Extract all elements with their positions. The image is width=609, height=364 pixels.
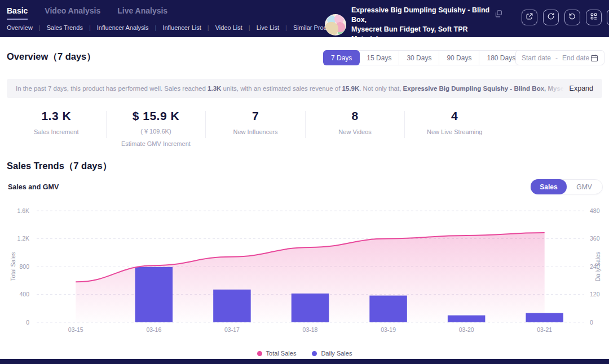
- svg-text:Daily Sales: Daily Sales: [594, 252, 601, 282]
- subnav-divider: |: [208, 24, 209, 31]
- legend-item-daily-sales[interactable]: Daily Sales: [312, 350, 352, 357]
- stat-value: 1.3 K: [7, 109, 106, 123]
- stat-label: Estimate GMV Increment: [107, 140, 206, 147]
- main-tab-live-analysis[interactable]: Live Analysis: [117, 6, 167, 20]
- stat-new-videos: 8New Videos: [306, 109, 405, 147]
- svg-text:400: 400: [19, 291, 29, 298]
- summary-segment: 15.9K: [342, 85, 360, 92]
- bottom-bar: [0, 359, 609, 364]
- stats-row: 1.3 KSales Increment$ 15.9 K( ¥ 109.6K)E…: [7, 109, 504, 147]
- main-tab-basic[interactable]: Basic: [7, 6, 28, 20]
- apps-grid-button[interactable]: [586, 10, 602, 25]
- time-range-selector: 7 Days15 Days30 Days90 Days180 Days: [323, 50, 523, 65]
- summary-text: In the past 7 days, this product has per…: [16, 85, 564, 92]
- subnav-item-sales-trends[interactable]: Sales Trends: [47, 24, 83, 31]
- stat-new-influencers: 7New Influencers: [206, 109, 305, 147]
- svg-text:Total Sales: Total Sales: [10, 252, 16, 281]
- date-range-picker[interactable]: Start date - End date: [515, 50, 604, 65]
- subnav-item-influencer-analysis[interactable]: Influencer Analysis: [97, 24, 149, 31]
- stat-value: 8: [306, 109, 405, 123]
- svg-text:03-20: 03-20: [459, 326, 474, 332]
- svg-text:800: 800: [19, 263, 29, 270]
- toggle-sales[interactable]: Sales: [531, 179, 567, 194]
- summary-segment: . Not only that,: [359, 85, 403, 92]
- svg-text:1.2K: 1.2K: [17, 235, 29, 242]
- product-title-line2: Mysecret Bun Fidget Toy, Soft TPR Materi…: [351, 25, 491, 44]
- summary-segment: In the past 7 days, this product has per…: [16, 85, 208, 92]
- sales-gmv-chart: 004001208002401.2K3601.6K480Total SalesD…: [0, 198, 609, 332]
- legend-dot: [312, 351, 317, 356]
- stat-value: $ 15.9 K: [107, 109, 206, 123]
- stat-estimate-gmv-increment: $ 15.9 K( ¥ 109.6K)Estimate GMV Incremen…: [107, 109, 206, 147]
- range-button-90-days[interactable]: 90 Days: [439, 51, 479, 65]
- stat-value: 7: [206, 109, 305, 123]
- subnav-item-live-list[interactable]: Live List: [257, 24, 279, 31]
- legend-label: Daily Sales: [321, 350, 352, 357]
- copy-icon[interactable]: [495, 10, 502, 17]
- start-date-field[interactable]: Start date: [522, 54, 551, 62]
- product-title: Expressive Big Dumpling Squishy - Blind …: [351, 6, 491, 44]
- subnav-divider: |: [249, 24, 250, 31]
- toggle-gmv[interactable]: GMV: [566, 180, 602, 194]
- subnav-item-influencer-list[interactable]: Influencer List: [162, 24, 201, 31]
- sub-nav: Overview|Sales Trends|Influencer Analysi…: [7, 24, 338, 31]
- subnav-divider: |: [89, 24, 91, 31]
- apps-grid-icon: [590, 12, 598, 23]
- svg-text:480: 480: [590, 207, 600, 214]
- refresh-icon: [547, 12, 555, 23]
- summary-segment: 1.3K: [208, 85, 221, 92]
- subnav-item-overview[interactable]: Overview: [7, 24, 33, 31]
- product-title-line1: Expressive Big Dumpling Squishy - Blind …: [351, 6, 491, 25]
- stat-label: New Live Streaming: [405, 128, 504, 135]
- legend-label: Total Sales: [266, 350, 297, 357]
- svg-text:0: 0: [590, 319, 593, 326]
- svg-text:360: 360: [590, 235, 600, 242]
- svg-text:03-21: 03-21: [537, 326, 552, 332]
- subnav-divider: |: [285, 24, 287, 31]
- stat-subvalue: ( ¥ 109.6K): [107, 128, 206, 135]
- subnav-divider: |: [39, 24, 41, 31]
- calendar-icon: [590, 54, 598, 62]
- top-header: BasicVideo AnalysisLive Analysis Overvie…: [0, 0, 609, 37]
- range-button-7-days[interactable]: 7 Days: [323, 50, 360, 65]
- svg-text:1.6K: 1.6K: [17, 207, 29, 214]
- subnav-item-video-list[interactable]: Video List: [215, 24, 242, 31]
- open-external-button[interactable]: [522, 10, 537, 25]
- sync-icon: [568, 12, 576, 23]
- main-tab-video-analysis[interactable]: Video Analysis: [45, 6, 100, 20]
- end-date-field[interactable]: End date: [562, 54, 589, 62]
- svg-text:120: 120: [590, 291, 600, 298]
- stat-label: New Videos: [306, 128, 405, 135]
- range-button-15-days[interactable]: 15 Days: [359, 51, 399, 65]
- stat-new-live-streaming: 4New Live Streaming: [405, 109, 504, 147]
- header-action-buttons: [522, 10, 602, 25]
- refresh-button[interactable]: [543, 10, 559, 25]
- range-button-30-days[interactable]: 30 Days: [399, 51, 439, 65]
- date-separator: -: [555, 54, 558, 62]
- legend-dot: [257, 351, 262, 356]
- svg-text:03-15: 03-15: [68, 326, 83, 332]
- svg-text:03-17: 03-17: [224, 326, 240, 332]
- svg-text:03-16: 03-16: [146, 326, 161, 332]
- sales-trends-title: Sales Trends（7 days）: [7, 160, 112, 172]
- overview-title: Overview（7 days）: [7, 51, 96, 63]
- stat-sales-increment: 1.3 KSales Increment: [7, 109, 106, 147]
- stat-value: 4: [405, 109, 504, 123]
- chart-legend: Total SalesDaily Sales: [0, 350, 609, 357]
- open-external-icon: [526, 12, 533, 23]
- stat-label: New Influencers: [206, 128, 305, 135]
- partial-button[interactable]: [607, 10, 609, 25]
- stat-label: Sales Increment: [7, 128, 106, 135]
- legend-item-total-sales[interactable]: Total Sales: [257, 350, 297, 357]
- svg-text:0: 0: [26, 319, 29, 326]
- summary-segment: units, with an estimated sales revenue o…: [221, 85, 342, 92]
- svg-text:03-19: 03-19: [381, 326, 396, 332]
- sales-gmv-toggle: SalesGMV: [531, 179, 603, 194]
- product-avatar: [325, 14, 346, 35]
- expand-link[interactable]: Expand: [570, 85, 593, 92]
- main-nav-tabs: BasicVideo AnalysisLive Analysis: [7, 6, 167, 20]
- chart-label: Sales and GMV: [8, 183, 59, 191]
- svg-text:03-18: 03-18: [303, 326, 318, 332]
- summary-banner: In the past 7 days, this product has per…: [7, 79, 602, 98]
- sync-button[interactable]: [564, 10, 580, 25]
